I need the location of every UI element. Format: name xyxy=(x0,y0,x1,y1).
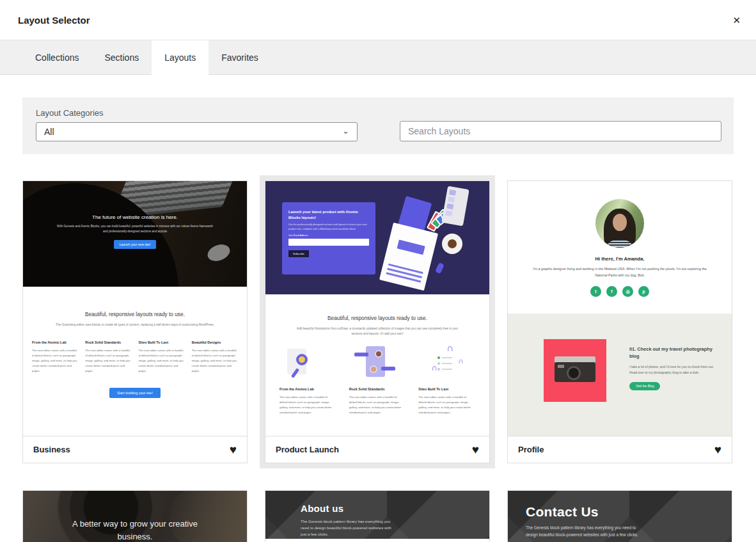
panel-text: Use the professionally-designed sections… xyxy=(288,223,369,231)
email-input-mock xyxy=(288,239,369,246)
column-body: The new editor comes with a handful of d… xyxy=(192,348,238,374)
column-body: The new editor comes with a handful of d… xyxy=(85,348,131,374)
close-icon[interactable]: ✕ xyxy=(732,15,741,25)
product-section-text: Add beautiful illustrations from unDraw,… xyxy=(292,326,462,337)
illustration-blob xyxy=(435,262,445,274)
favorite-heart-icon[interactable]: ♥ xyxy=(714,443,721,456)
illustration-paper xyxy=(379,223,438,291)
avatar xyxy=(595,199,644,248)
business-hero-text: With Genesis and Atomic Blocks, you can … xyxy=(54,224,216,235)
business-preview: The future of website creation is here. … xyxy=(23,181,247,436)
layout-card-about[interactable]: About us The Genesis block pattern libra… xyxy=(265,490,490,542)
card-footer[interactable]: Business ♥ xyxy=(23,436,247,463)
profile-bio: I'm a graphic designer living and workin… xyxy=(528,266,712,278)
layouts-grid: The future of website creation is here. … xyxy=(0,180,756,463)
layouts-grid-row2: A better way to grow your creative busin… xyxy=(0,490,756,542)
profile-preview: Hi there, I'm Amanda. I'm a graphic desi… xyxy=(508,181,732,436)
tab-layouts[interactable]: Layouts xyxy=(152,40,209,79)
page-title: Layout Selector xyxy=(18,15,90,26)
search-input[interactable] xyxy=(400,121,721,141)
layout-selector-modal: Layout Selector ✕ Collections Sections L… xyxy=(0,0,756,542)
layout-card-business[interactable]: The future of website creation is here. … xyxy=(22,180,248,463)
creative-hero-text: A better way to grow your creative busin… xyxy=(61,491,209,542)
business-hero-button: Launch your new site! xyxy=(114,240,157,249)
column-heading: Rock Solid Standards xyxy=(349,387,406,391)
about-hero: About us The Genesis block pattern libra… xyxy=(265,491,489,542)
email-label: Your Email Address xyxy=(288,234,369,237)
filter-panel: Layout Categories All ⌄ xyxy=(22,97,734,154)
panel-title: Launch your latest product with Atomic B… xyxy=(288,209,369,220)
magnifier-illustration xyxy=(280,345,336,382)
camera-photo xyxy=(544,339,606,402)
column-heading: Beautiful Designs xyxy=(192,340,238,344)
card-title: Profile xyxy=(518,445,544,454)
selected-category: All xyxy=(44,127,54,137)
blog-text: I take a lot of photos, and I'd love for… xyxy=(629,364,715,376)
layout-card-profile[interactable]: Hi there, I'm Amanda. I'm a graphic desi… xyxy=(507,180,732,463)
creative-hero: A better way to grow your creative busin… xyxy=(23,491,247,542)
card-title: Business xyxy=(33,445,70,454)
tab-sections[interactable]: Sections xyxy=(91,40,152,76)
column-body: The new editor comes with a handful of d… xyxy=(418,395,475,415)
contact-hero: Contact Us The Genesis block pattern lib… xyxy=(508,491,732,542)
profile-greeting: Hi there, I'm Amanda. xyxy=(508,256,732,262)
column-heading: From the Atomic Lab xyxy=(280,387,336,391)
favorite-heart-icon[interactable]: ♥ xyxy=(472,443,479,456)
business-hero-image: The future of website creation is here. … xyxy=(23,181,247,287)
contact-text: The Genesis block pattern library has ev… xyxy=(508,520,647,539)
business-cta-button: Start building your site! xyxy=(109,388,161,398)
illustration-phone xyxy=(441,186,469,226)
pinterest-icon: p xyxy=(638,286,649,297)
column-heading: Rock Solid Standards xyxy=(85,340,131,344)
product-launch-preview: Launch your latest product with Atomic B… xyxy=(265,181,489,436)
subscribe-button: Subscribe xyxy=(288,250,309,257)
tab-collections[interactable]: Collections xyxy=(22,40,91,76)
about-heading: About us xyxy=(265,491,489,514)
column-body: The new editor comes with a handful of d… xyxy=(32,348,78,374)
twitter-icon: t xyxy=(590,286,601,297)
tab-bar: Collections Sections Layouts Favorites xyxy=(0,40,756,75)
column-body: The new editor comes with a handful of d… xyxy=(139,348,185,374)
layout-categories-select[interactable]: All ⌄ xyxy=(36,122,358,141)
visit-blog-button: Visit the Blog xyxy=(629,382,660,390)
layout-card-product-launch[interactable]: Launch your latest product with Atomic B… xyxy=(265,180,490,463)
column-heading: Sites Built To Last xyxy=(139,340,185,344)
modal-header: Layout Selector ✕ xyxy=(0,0,756,40)
card-footer[interactable]: Profile ♥ xyxy=(508,436,732,463)
tab-favorites[interactable]: Favorites xyxy=(209,40,271,76)
illustration-coffee xyxy=(442,234,462,254)
business-hero-title: The future of website creation is here. xyxy=(23,214,247,220)
about-footer-strip xyxy=(265,539,489,542)
category-label: Layout Categories xyxy=(36,108,721,118)
card-title: Product Launch xyxy=(276,445,339,454)
contact-heading: Contact Us xyxy=(508,491,732,520)
column-heading: From the Atomic Lab xyxy=(32,340,78,344)
blog-heading: 01. Check out my travel photography blog xyxy=(629,346,715,360)
business-section-text: The Gutenberg editor uses blocks to crea… xyxy=(50,323,220,328)
card-footer[interactable]: Product Launch ♥ xyxy=(265,436,489,463)
chat-illustration xyxy=(349,345,406,382)
product-launch-hero: Launch your latest product with Atomic B… xyxy=(265,181,489,294)
column-body: The new editor comes with a handful of d… xyxy=(280,395,336,415)
chevron-down-icon: ⌄ xyxy=(342,126,349,136)
layout-card-creative[interactable]: A better way to grow your creative busin… xyxy=(22,490,248,542)
column-body: The new editor comes with a handful of d… xyxy=(349,395,406,415)
instagram-icon: ◎ xyxy=(622,286,633,297)
about-text: The Genesis block pattern library has ev… xyxy=(265,514,395,538)
facebook-icon: f xyxy=(606,286,617,297)
favorite-heart-icon[interactable]: ♥ xyxy=(230,443,237,456)
product-section-title: Beautiful, responsive layouts ready to u… xyxy=(265,315,489,321)
business-section-title: Beautiful, responsive layouts ready to u… xyxy=(23,311,247,317)
layout-card-contact[interactable]: Contact Us The Genesis block pattern lib… xyxy=(507,490,732,542)
list-illustration: ∩∩∩ xyxy=(418,345,475,382)
column-heading: Sites Built To Last xyxy=(418,387,475,391)
